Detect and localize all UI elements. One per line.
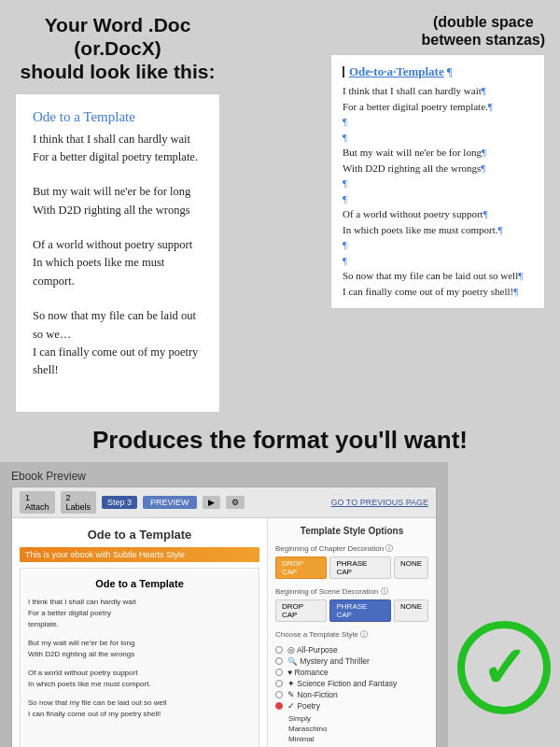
chapter-dropcap-btn[interactable]: DROP CAP [275, 557, 327, 579]
style-nonfiction[interactable]: ✎ Non-Fiction [275, 689, 428, 700]
word-doc-body: I think that I shall can hardly waitFor … [33, 131, 203, 380]
ebook-preview-area: Ode to a Template This is your ebook wit… [12, 518, 268, 747]
scene-phrasecap-btn[interactable]: PHRASE CAP [329, 599, 390, 622]
radio-all-purpose [275, 646, 283, 654]
style-poetry[interactable]: ✓ Poetry [275, 700, 428, 712]
ebook-page: Ode to a Template I think that I shall c… [20, 568, 259, 747]
radio-scifi [275, 680, 283, 687]
sub-style-minimal-label: Minimal [288, 735, 315, 743]
markup-body: I think that I shall can hardly wait¶ Fo… [343, 83, 533, 299]
header-row: Your Word .Doc (or.DocX) should look lik… [15, 13, 545, 413]
sub-style-simply-label: Simply [288, 714, 311, 723]
style-poetry-label: ✓ Poetry [287, 701, 320, 711]
ebook-section: Ebook Preview 1Attach 2Labels Step 3 PRE… [0, 462, 448, 747]
sub-style-simply[interactable]: Simply [288, 713, 428, 724]
style-scifi[interactable]: ✦ Science Fiction and Fantasy [275, 678, 428, 689]
style-mystery[interactable]: 🔍 Mystery and Thriller [275, 655, 428, 667]
markup-card: Ode·to·a·Template¶ I think that I shall … [330, 54, 545, 309]
step-3[interactable]: Step 3 [102, 496, 137, 509]
scene-none-btn[interactable]: NONE [394, 599, 428, 622]
style-scifi-label: ✦ Science Fiction and Fantasy [287, 679, 397, 688]
style-all-purpose[interactable]: ◎ All-Purpose [275, 644, 428, 655]
ebook-stanza-2: But my wait will ne'er be for longWith D… [28, 638, 251, 660]
step-preview[interactable]: PREVIEW [143, 496, 197, 509]
right-column: (double spacebetween stanzas) Ode·to·a·T… [235, 13, 545, 309]
chapter-buttons[interactable]: DROP CAP PHRASE CAP NONE [275, 557, 428, 579]
orange-banner: This is your ebook with Subtle Hearts St… [20, 547, 259, 562]
ebook-stanza-3: Of a world without poetry supportIn whic… [28, 668, 251, 690]
chapter-deco-label: Beginning of Chapter Decoration ⓘ [275, 543, 428, 554]
word-doc-stanza-3: Of a world without poetry supportIn whic… [33, 236, 203, 290]
scene-buttons[interactable]: DROP CAP PHRASE CAP NONE [275, 599, 428, 622]
sub-styles: Simply Maraschino Minimal ● [275, 713, 428, 747]
ebook-container: Ebook Preview 1Attach 2Labels Step 3 PRE… [0, 462, 448, 747]
page-title: Your Word .Doc (or.DocX) should look lik… [15, 13, 220, 84]
header-area: Your Word .Doc (or.DocX) should look lik… [0, 0, 560, 413]
left-column: Your Word .Doc (or.DocX) should look lik… [15, 13, 220, 413]
step-1[interactable]: 1Attach [20, 491, 55, 514]
word-doc-card: Ode to a Template I think that I shall c… [15, 93, 220, 413]
bottom-section: Ebook Preview 1Attach 2Labels Step 3 PRE… [0, 462, 560, 747]
style-all-purpose-label: ◎ All-Purpose [287, 645, 338, 655]
ebook-label: Ebook Preview [11, 470, 437, 483]
word-doc-stanza-4: So now that my file can be laid out so w… [33, 307, 203, 380]
radio-poetry [275, 702, 283, 710]
produces-banner: Produces the format you'll want! [0, 413, 560, 462]
style-romance-label: ♥ Romance [287, 668, 329, 677]
ebook-sidebar: Template Style Options Beginning of Chap… [268, 518, 436, 747]
choose-style-label: Choose a Template Style ⓘ [275, 629, 428, 640]
green-checkmark: ✓ [457, 621, 551, 714]
style-romance[interactable]: ♥ Romance [275, 667, 428, 678]
ebook-poem-title: Ode to a Template [28, 578, 251, 589]
radio-nonfiction [275, 691, 283, 698]
step-2[interactable]: 2Labels [61, 491, 97, 514]
ebook-stanza-4: So now that my file can be laid out so w… [28, 698, 251, 720]
scene-deco-label: Beginning of Scene Decoration ⓘ [275, 586, 428, 597]
word-doc-stanza-1: I think that I shall can hardly waitFor … [33, 131, 203, 167]
browser-toolbar: 1Attach 2Labels Step 3 PREVIEW ▶ ⚙ GO TO… [12, 487, 436, 518]
sub-style-maraschino-label: Maraschino [288, 725, 327, 733]
step-next[interactable]: ▶ [203, 496, 220, 509]
ebook-page-title: Ode to a Template [20, 528, 259, 542]
style-mystery-label: 🔍 Mystery and Thriller [287, 656, 370, 666]
sub-style-minimal[interactable]: Minimal [288, 734, 428, 744]
markup-title: Ode·to·a·Template¶ [343, 64, 533, 79]
ebook-main-content: Ode to a Template This is your ebook wit… [12, 518, 436, 747]
chapter-phrasecap-btn[interactable]: PHRASE CAP [329, 557, 390, 579]
cursor [343, 66, 344, 78]
sub-style-maraschino[interactable]: Maraschino [288, 724, 428, 734]
double-space-note: (double spacebetween stanzas) [422, 13, 545, 49]
word-doc-stanza-2: But my wait will ne'er be for longWith D… [33, 183, 203, 219]
ebook-stanza-1: I think that I shall can hardly waitFor … [28, 597, 251, 630]
checkmark-container: ✓ [448, 462, 560, 747]
sidebar-title: Template Style Options [275, 526, 428, 536]
bottom-inner: Ebook Preview 1Attach 2Labels Step 3 PRE… [0, 462, 560, 747]
ebook-poem-text: I think that I shall can hardly waitFor … [28, 597, 251, 720]
radio-mystery [275, 657, 283, 665]
scene-dropcap-btn[interactable]: DROP CAP [275, 599, 327, 622]
word-doc-poem-title: Ode to a Template [33, 109, 203, 125]
step-settings[interactable]: ⚙ [226, 496, 245, 509]
ebook-browser: 1Attach 2Labels Step 3 PREVIEW ▶ ⚙ GO TO… [11, 486, 437, 747]
style-nonfiction-label: ✎ Non-Fiction [287, 690, 338, 699]
radio-romance [275, 669, 283, 676]
go-to-prev-link[interactable]: GO TO PREVIOUS PAGE [330, 498, 428, 507]
pilcrow: ¶ [447, 64, 453, 79]
chapter-none-btn[interactable]: NONE [394, 557, 428, 579]
